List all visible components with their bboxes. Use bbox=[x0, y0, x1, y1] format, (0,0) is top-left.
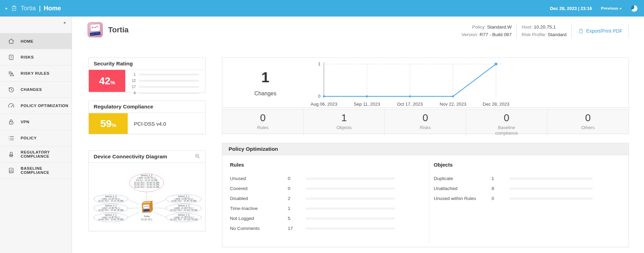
device-info-col1: Policy: Standard.W Version: R77 - Build … bbox=[457, 23, 517, 39]
stat-label: Baseline compliance bbox=[491, 125, 522, 136]
info-value: Standard bbox=[548, 32, 567, 37]
po-value: 0 bbox=[288, 176, 306, 181]
sidebar-item-label: CHANGES bbox=[21, 87, 42, 92]
sidebar-item-baseline-compliance[interactable]: BASELINE COMPLIANCE bbox=[0, 162, 72, 179]
po-row-unattached: Unattached 8 bbox=[434, 183, 622, 193]
stat-value: 0 bbox=[222, 112, 303, 124]
risk-severity-mini-chart: 1 12 17 4 bbox=[125, 70, 205, 93]
device-thumbnail-icon bbox=[87, 22, 103, 39]
security-rating-card: Security Rating 42 % 1 12 17 bbox=[88, 57, 205, 93]
sidebar-item-label: BASELINE COMPLIANCE bbox=[21, 166, 72, 175]
sidebar-item-policy[interactable]: POLICY bbox=[0, 130, 72, 146]
regulatory-compliance-unit: % bbox=[112, 122, 116, 128]
sidebar-collapse-icon[interactable]: ◄ bbox=[63, 21, 66, 24]
info-value: R77 - Build 087 bbox=[479, 32, 511, 37]
security-rating-badge: 42 % bbox=[89, 70, 125, 92]
device-connectivity-card: Device Connectivity Diagram behind_if_5 … bbox=[88, 150, 205, 231]
security-rating-body: 42 % 1 12 17 4 bbox=[89, 70, 205, 93]
sidebar-item-label: RISKS bbox=[21, 55, 34, 59]
po-value: 17 bbox=[288, 226, 306, 231]
network-node: behind_if_6 [ eth6: 10.120.75.1 ] 10.120… bbox=[166, 213, 202, 222]
po-label: Covered bbox=[230, 186, 288, 191]
sidebar-item-home[interactable]: HOME bbox=[0, 33, 72, 49]
changes-chart-card: 1 Changes Aug 06, 2023Sep 11, 2023Oct 17… bbox=[222, 57, 629, 108]
po-bar-track bbox=[306, 218, 395, 220]
po-row-disabled: Disabled 2 bbox=[230, 193, 425, 203]
stat-value: 0 bbox=[385, 112, 466, 124]
po-row-no-comments: No Comments 17 bbox=[230, 223, 425, 233]
svg-text:Aug 06, 2023: Aug 06, 2023 bbox=[310, 102, 337, 107]
profile-icon[interactable] bbox=[631, 5, 638, 12]
objects-section-title: Objects bbox=[434, 162, 622, 168]
po-value: 1 bbox=[492, 176, 509, 181]
breadcrumb-expand-icon[interactable]: ▸ bbox=[6, 6, 8, 11]
history-clock-icon bbox=[8, 86, 15, 93]
stat-objects[interactable]: 1 Objects bbox=[304, 109, 385, 136]
connectivity-diagram: behind_if_5 [ eth0: 10.20.75.1 ] 0.0.0.0… bbox=[89, 163, 205, 231]
network-node: behind_if_1 [ eth4: 10.50.75.1 ] 10.50.7… bbox=[166, 194, 202, 203]
book-check-icon bbox=[8, 167, 15, 174]
previous-button[interactable]: Previous » bbox=[601, 6, 622, 10]
svg-text:Dec 28, 2023: Dec 28, 2023 bbox=[483, 102, 509, 107]
pdf-icon bbox=[578, 28, 584, 34]
home-icon bbox=[8, 38, 15, 45]
severity-row: 12 bbox=[130, 79, 199, 83]
sidebar-item-policy-optimization[interactable]: POLICY OPTIMIZATION bbox=[0, 98, 72, 114]
risks-icon bbox=[8, 53, 15, 61]
stat-rules[interactable]: 0 Rules bbox=[222, 109, 304, 136]
security-rating-unit: % bbox=[110, 80, 115, 85]
po-label: Disabled bbox=[230, 196, 288, 201]
stat-label: Objects bbox=[328, 125, 360, 130]
stat-others[interactable]: 0 Others bbox=[547, 109, 629, 136]
summary-stats-band: 0 Rules 1 Objects 0 Risks 0 Baseline com… bbox=[222, 109, 629, 134]
info-label: Version: bbox=[462, 32, 480, 37]
po-row-time-inactive: Time-Inactive 1 bbox=[230, 203, 425, 213]
svg-text:Sep 11, 2023: Sep 11, 2023 bbox=[354, 102, 380, 107]
firewall-device-icon bbox=[139, 199, 155, 217]
zoom-in-icon[interactable] bbox=[194, 153, 200, 160]
export-print-pdf-label: Export/Print PDF bbox=[586, 28, 622, 34]
sidebar-item-vpn[interactable]: VPN bbox=[0, 114, 72, 130]
stat-baseline-compliance[interactable]: 0 Baseline compliance bbox=[466, 109, 547, 136]
severity-row: 1 bbox=[130, 73, 199, 76]
topbar-separator: | bbox=[39, 5, 41, 12]
divider bbox=[429, 159, 429, 243]
main-content: Tortia Policy: Standard.W Version: R77 -… bbox=[72, 17, 644, 253]
po-value: 1 bbox=[288, 206, 306, 211]
lock-icon bbox=[8, 118, 15, 126]
regulatory-compliance-title: Regulatory Compliance bbox=[89, 101, 205, 113]
svg-text:0: 0 bbox=[318, 94, 320, 99]
severity-bar-track bbox=[139, 74, 199, 75]
sidebar-item-regulatory-compliance[interactable]: REGULATORY COMPLIANCE bbox=[0, 146, 72, 162]
stat-risks[interactable]: 0 Risks bbox=[385, 109, 466, 136]
clipboard-icon bbox=[11, 5, 18, 12]
changes-count: 1 bbox=[261, 69, 269, 86]
device-name: Tortia bbox=[129, 215, 164, 218]
topbar: ▸ Tortia | Home Dec 28, 2023 | 23:16 Pre… bbox=[0, 0, 644, 17]
sidebar-item-changes[interactable]: CHANGES bbox=[0, 82, 72, 98]
gauge-icon bbox=[8, 102, 15, 109]
changes-summary: 1 Changes bbox=[222, 58, 308, 108]
svg-text:Nov 22, 2023: Nov 22, 2023 bbox=[440, 102, 466, 107]
rules-section: Rules Unused 0 Covered 0 Disabled 2 Time… bbox=[230, 162, 425, 233]
divider bbox=[629, 24, 629, 38]
po-label: Duplicate bbox=[434, 176, 492, 181]
po-bar-track bbox=[509, 198, 593, 200]
po-bar-track bbox=[509, 178, 593, 180]
stat-label: Risks bbox=[410, 125, 441, 130]
sidebar-item-label: REGULATORY COMPLIANCE bbox=[21, 150, 72, 158]
sidebar-item-risky-rules[interactable]: RISKY RULES bbox=[0, 65, 72, 82]
device-info: Policy: Standard.W Version: R77 - Build … bbox=[457, 23, 629, 39]
po-row-covered: Covered 0 bbox=[230, 183, 425, 193]
network-node: behind_if_4 [ eth1: 10.10.75.1 ] 10.10.7… bbox=[94, 194, 128, 203]
severity-bar-track bbox=[139, 80, 199, 82]
sidebar-item-risks[interactable]: RISKS bbox=[0, 49, 72, 65]
objects-section: Objects Duplicate 1 Unattached 8 Unused … bbox=[434, 162, 622, 203]
topbar-device-name: Tortia bbox=[21, 5, 36, 12]
sidebar-item-label: POLICY OPTIMIZATION bbox=[21, 104, 68, 108]
po-value: 5 bbox=[288, 216, 306, 221]
po-bar-track bbox=[306, 188, 395, 190]
regulatory-compliance-value: 59 bbox=[100, 118, 112, 129]
export-print-pdf-button[interactable]: Export/Print PDF bbox=[572, 28, 629, 34]
regulatory-compliance-body: 59 % PCI-DSS v4.0 bbox=[89, 113, 205, 134]
